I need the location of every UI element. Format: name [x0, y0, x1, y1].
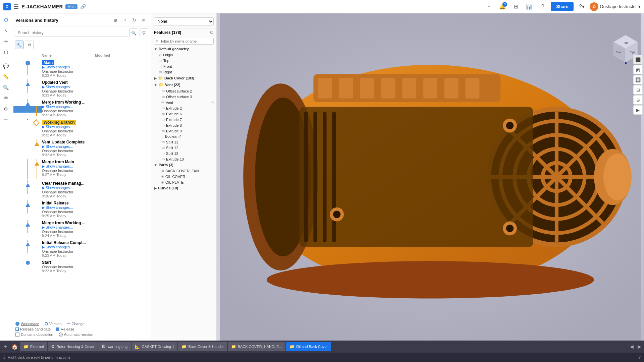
- history-item[interactable]: Initial Release Compl... ▶ Show changes.…: [12, 239, 151, 259]
- history-item[interactable]: Start Onshape Instructor 9:22 AM Today: [12, 259, 151, 274]
- history-search-input[interactable]: [15, 29, 128, 37]
- tab-warning[interactable]: 🖼 warning.png: [98, 342, 131, 351]
- show-changes[interactable]: ▶ Show changes...: [42, 225, 150, 230]
- feature-item-extrude-10[interactable]: ▭ Extrude 10: [151, 156, 216, 162]
- history-item[interactable]: Initial Release ▶ Show changes... Onshap…: [12, 199, 151, 219]
- history-item[interactable]: Working Branch ▶ Show changes... Onshape…: [12, 118, 151, 138]
- display-mode-btn[interactable]: ⬛: [633, 55, 643, 64]
- grid-icon-btn[interactable]: ⊞: [511, 1, 521, 12]
- comment-tool[interactable]: 💬: [1, 61, 11, 71]
- logo[interactable]: O: [3, 3, 11, 10]
- feature-item-top[interactable]: ▭ Top: [151, 58, 216, 63]
- show-changes[interactable]: ▶ Show changes...: [42, 186, 150, 190]
- feature-item-offset-surf-2[interactable]: ▭ Offset surface 2: [151, 88, 216, 94]
- tab-back-cover-handle2[interactable]: 📁 BACK COVER, HANDLE...: [228, 342, 285, 351]
- feature-group-vent-header[interactable]: ▼ 📁 Vent (22): [151, 81, 216, 88]
- legend-rc-icon: [15, 327, 19, 331]
- feature-item-right[interactable]: ▭ Right: [151, 69, 216, 75]
- tab-external[interactable]: 📁 External: [20, 342, 47, 351]
- feature-item-extrude-2[interactable]: ▭ Extrude 2: [151, 105, 216, 111]
- feature-item-oil-cover[interactable]: ◈ OIL COVER: [151, 174, 216, 179]
- list-tool[interactable]: ☰: [1, 115, 11, 124]
- feature-item-extrude-9[interactable]: ▭ Extrude 9: [151, 128, 216, 134]
- feature-group-parts-header[interactable]: ▼ Parts (3): [151, 162, 216, 168]
- history-item[interactable]: Main ▶ Show changes... Onshape Instructo…: [12, 59, 151, 79]
- settings-tool[interactable]: ⚙: [1, 104, 11, 114]
- 3d-viewport[interactable]: Workspace protection enabled. Changes mu…: [217, 13, 644, 341]
- feature-item-oil-plate[interactable]: ◈ OIL PLATE: [151, 179, 216, 185]
- link-icon[interactable]: 🔗: [80, 4, 86, 9]
- versions-toolbar-btn[interactable]: ⏱: [1, 15, 11, 25]
- branch-badge[interactable]: Main: [65, 4, 77, 9]
- feature-group-default-header[interactable]: ▼ Default geometry: [151, 46, 216, 52]
- feature-item-back-cover-fan[interactable]: ◈ BACK COVER, FAN: [151, 168, 216, 174]
- tab-gasket[interactable]: 📐 GASKET Drawing 1: [131, 342, 177, 351]
- feature-item-front[interactable]: ▭ Front: [151, 63, 216, 69]
- render-mode-btn[interactable]: ◩: [633, 65, 643, 74]
- explode-view-btn[interactable]: ⊕: [633, 95, 643, 105]
- history-item[interactable]: Vent Update Complete ▶ Show changes... O…: [12, 138, 151, 158]
- analytics-icon-btn[interactable]: 📊: [524, 1, 535, 12]
- refresh-btn[interactable]: ↻: [130, 16, 138, 24]
- measure-tool[interactable]: 📏: [1, 72, 11, 81]
- feature-item-split-12[interactable]: ▭ Split 12: [151, 145, 216, 150]
- features-search-input[interactable]: [154, 38, 214, 45]
- assembly-contexts-select[interactable]: None: [154, 17, 214, 25]
- feature-item-extrude-8[interactable]: ▭ Extrude 8: [151, 122, 216, 128]
- section-view-btn[interactable]: ⊟: [633, 85, 643, 95]
- feature-item-origin[interactable]: ⊕ Origin: [151, 52, 216, 58]
- show-changes-working[interactable]: ▶ Show changes...: [42, 125, 150, 129]
- history-item[interactable]: Merge from Working ... ▶ Show changes...…: [12, 219, 151, 239]
- feature-item-extrude-6[interactable]: ▭ Extrude 6: [151, 111, 216, 117]
- home-tab-btn[interactable]: 🏠: [10, 342, 19, 351]
- history-item[interactable]: Clear release manag... ▶ Show changes...…: [12, 180, 151, 199]
- tab-oil-back-cover[interactable]: 📁 Oil and Back Cover: [286, 342, 331, 351]
- search-tool[interactable]: 🔍: [1, 83, 11, 92]
- history-search-btn[interactable]: 🔍: [129, 28, 138, 37]
- tab-scroll-right[interactable]: ▶: [636, 343, 643, 351]
- tab-scroll-left[interactable]: ◀: [629, 343, 635, 351]
- show-changes[interactable]: ▶ Show changes...: [42, 144, 150, 149]
- status-help-btn[interactable]: ?: [638, 355, 641, 360]
- feature-tool[interactable]: ⬡: [1, 48, 11, 57]
- feature-item-vent[interactable]: ✏ Vent ⇦: [151, 100, 216, 105]
- tab-back-cover-handle[interactable]: 📁 Back Cover & Handle: [178, 342, 227, 351]
- feature-item-split-11[interactable]: ▭ Split 11: [151, 139, 216, 145]
- animation-btn[interactable]: ▶: [633, 105, 643, 115]
- feature-group-back-cover-header[interactable]: ▶ 📁 Back Cover (103): [151, 75, 216, 81]
- cursor-tool[interactable]: ↖: [1, 26, 11, 36]
- notifications-btn[interactable]: 🔔 3: [497, 1, 508, 12]
- list-view-btn[interactable]: ↺: [25, 41, 34, 49]
- tree-view-btn[interactable]: 🔧: [15, 41, 23, 49]
- feature-item-offset-surf-3[interactable]: ▭ Offset surface 3: [151, 94, 216, 100]
- show-changes[interactable]: ▶ Show changes...: [42, 164, 150, 169]
- add-branch-btn[interactable]: ⑂: [121, 16, 129, 24]
- show-changes[interactable]: ▶ Show changes...: [42, 105, 150, 109]
- view-tool[interactable]: 👁: [1, 94, 11, 103]
- history-item[interactable]: Merge from Working ... ▶ Show changes...…: [12, 99, 151, 118]
- branch-icon-btn[interactable]: ⑂: [484, 1, 494, 12]
- history-item[interactable]: Merge from Main ▶ Show changes... Onshap…: [12, 158, 151, 180]
- add-tab-btn[interactable]: +: [1, 343, 9, 351]
- history-filter-btn[interactable]: ▽: [140, 28, 148, 37]
- add-version-btn[interactable]: ⊕: [111, 16, 119, 24]
- show-changes[interactable]: ▶ Show changes...: [42, 245, 150, 249]
- tab-rotor-housing[interactable]: ⚙ Rotor Housing & Cover: [48, 342, 98, 351]
- close-panel-btn[interactable]: ✕: [140, 16, 148, 24]
- help-icon-btn[interactable]: ?: [537, 1, 548, 12]
- show-changes[interactable]: ▶ Show changes...: [42, 85, 150, 89]
- features-refresh-btn[interactable]: ↻: [210, 30, 214, 35]
- show-changes[interactable]: ▶ Show changes...: [42, 205, 150, 210]
- user-menu[interactable]: O Onshape Instructor ▾: [590, 2, 641, 11]
- feature-item-extrude-7[interactable]: ▭ Extrude 7: [151, 117, 216, 122]
- show-changes-main[interactable]: ▶ Show changes...: [42, 65, 150, 69]
- share-button[interactable]: Share: [551, 2, 574, 11]
- feature-item-boolean-4[interactable]: ○ Boolean 4: [151, 134, 216, 139]
- feature-item-split-13[interactable]: ▭ Split 13: [151, 150, 216, 156]
- sketch-tool[interactable]: ✏: [1, 37, 11, 46]
- history-item[interactable]: Updated Vent ▶ Show changes... Onshape I…: [12, 79, 151, 99]
- hamburger-menu[interactable]: ☰: [13, 3, 19, 10]
- help-dropdown-btn[interactable]: ?▾: [576, 1, 587, 12]
- feature-group-curves-header[interactable]: ▶ Curves (10): [151, 185, 216, 191]
- view-orientation-btn[interactable]: 🔲: [633, 75, 643, 84]
